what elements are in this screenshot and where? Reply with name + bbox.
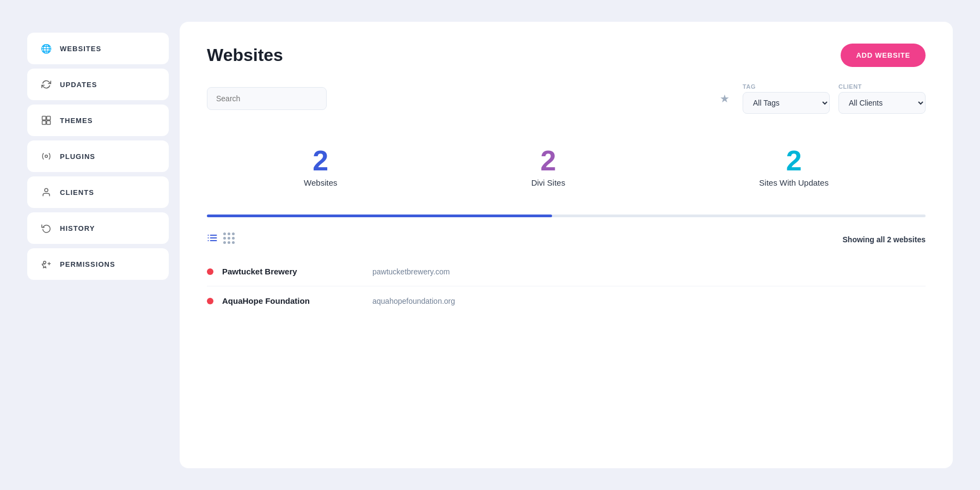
sidebar-label-history: HISTORY [60, 224, 95, 232]
stat-updates-label: Sites With Updates [759, 178, 829, 187]
svg-point-6 [44, 261, 46, 264]
progress-bar-fill [207, 215, 552, 217]
grid-view-icon[interactable] [223, 232, 235, 246]
history-icon [40, 222, 52, 234]
stats-row: 2 Websites 2 Divi Sites 2 Sites With Upd… [207, 136, 926, 204]
progress-bar [207, 215, 926, 217]
sidebar: 🌐 WEBSITES UPDATES THEMES PLUGINS CLI [27, 22, 169, 468]
stat-websites-number: 2 [313, 146, 328, 175]
sidebar-item-updates[interactable]: UPDATES [27, 69, 169, 100]
showing-count: Showing all 2 websites [843, 235, 926, 244]
svg-rect-0 [42, 117, 46, 120]
tag-label: TAG [743, 83, 830, 90]
updates-icon [40, 78, 52, 90]
sidebar-label-clients: CLIENTS [60, 188, 94, 197]
plugins-icon [40, 150, 52, 162]
sidebar-item-websites[interactable]: 🌐 WEBSITES [27, 33, 169, 64]
permissions-icon [40, 258, 52, 270]
sidebar-label-plugins: PLUGINS [60, 152, 95, 161]
top-bar: Websites ADD WEBSITE [207, 44, 926, 67]
sidebar-item-plugins[interactable]: PLUGINS [27, 140, 169, 172]
table-row[interactable]: AquaHope Foundation aquahopefoundation.o… [207, 286, 926, 315]
sidebar-item-themes[interactable]: THEMES [27, 105, 169, 136]
stat-sites-with-updates: 2 Sites With Updates [759, 146, 829, 187]
svg-rect-2 [42, 121, 46, 125]
website-url-pawtucket: pawtucketbrewery.com [372, 267, 450, 276]
clients-icon [40, 186, 52, 198]
website-list: Pawtucket Brewery pawtucketbrewery.com A… [207, 257, 926, 315]
table-row[interactable]: Pawtucket Brewery pawtucketbrewery.com [207, 257, 926, 286]
sidebar-label-websites: WEBSITES [60, 45, 101, 53]
sidebar-label-themes: THEMES [60, 117, 93, 125]
page-title: Websites [207, 45, 283, 65]
status-dot-pawtucket [207, 268, 213, 275]
sidebar-label-updates: UPDATES [60, 81, 97, 89]
client-label: CLIENT [838, 83, 926, 90]
sidebar-item-history[interactable]: HISTORY [27, 212, 169, 244]
tag-select[interactable]: All Tags [743, 92, 830, 114]
view-toggle-icons [207, 232, 235, 246]
filter-bar: ★ TAG All Tags CLIENT All Clients [207, 83, 926, 114]
stat-divi-sites: 2 Divi Sites [531, 146, 566, 187]
svg-point-5 [45, 188, 48, 192]
view-controls: Showing all 2 websites [207, 232, 926, 246]
client-select[interactable]: All Clients [838, 92, 926, 114]
themes-icon [40, 114, 52, 126]
globe-icon: 🌐 [40, 42, 52, 54]
sidebar-label-permissions: PERMISSIONS [60, 260, 115, 268]
website-name-pawtucket: Pawtucket Brewery [222, 267, 342, 276]
list-view-icon[interactable] [207, 232, 218, 246]
sidebar-item-clients[interactable]: CLIENTS [27, 176, 169, 208]
website-name-aquahope: AquaHope Foundation [222, 296, 342, 305]
stat-divi-label: Divi Sites [531, 178, 566, 187]
stat-websites: 2 Websites [304, 146, 337, 187]
sidebar-item-permissions[interactable]: PERMISSIONS [27, 248, 169, 280]
svg-rect-3 [47, 121, 51, 125]
main-panel: Websites ADD WEBSITE ★ TAG All Tags CLIE… [180, 22, 953, 468]
tag-filter-group: TAG All Tags [743, 83, 830, 114]
svg-rect-1 [47, 117, 51, 120]
search-input[interactable] [207, 87, 327, 110]
stat-divi-number: 2 [540, 146, 556, 175]
stat-websites-label: Websites [304, 178, 337, 187]
svg-point-4 [45, 155, 48, 158]
favorites-star-icon[interactable]: ★ [720, 92, 730, 105]
add-website-button[interactable]: ADD WEBSITE [841, 44, 926, 67]
status-dot-aquahope [207, 298, 213, 304]
client-filter-group: CLIENT All Clients [838, 83, 926, 114]
website-url-aquahope: aquahopefoundation.org [372, 297, 455, 305]
stat-updates-number: 2 [786, 146, 802, 175]
